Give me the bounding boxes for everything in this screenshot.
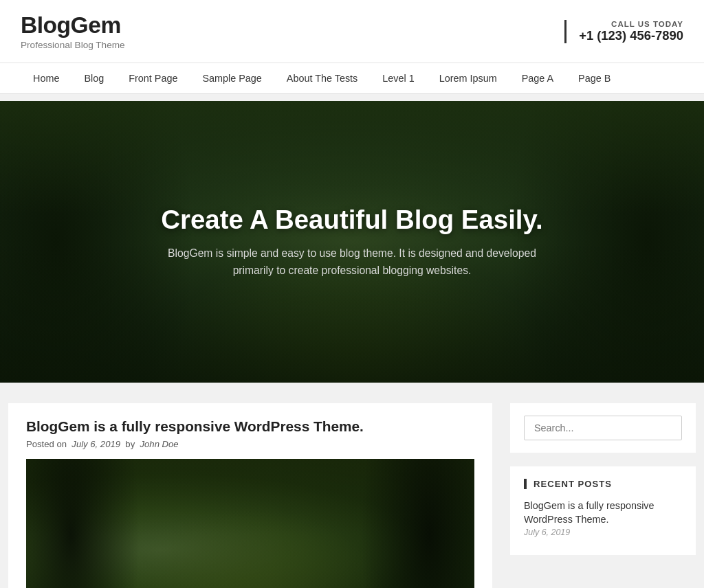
site-title: BlogGem xyxy=(21,12,125,38)
nav-list: Home Blog Front Page Sample Page About T… xyxy=(21,63,683,93)
recent-post-link[interactable]: BlogGem is a fully responsive WordPress … xyxy=(524,499,682,526)
recent-posts-widget: RECENT POSTS BlogGem is a fully responsi… xyxy=(510,466,696,555)
nav-item-loremipsum[interactable]: Lorem Ipsum xyxy=(427,63,509,93)
post-featured-image xyxy=(26,459,474,588)
main-nav: Home Blog Front Page Sample Page About T… xyxy=(0,63,704,94)
nav-link-samplepage[interactable]: Sample Page xyxy=(190,63,274,93)
call-label: CALL US TODAY xyxy=(579,20,683,28)
post-meta: Posted on July 6, 2019 by John Doe xyxy=(26,439,474,449)
nav-item-samplepage[interactable]: Sample Page xyxy=(190,63,274,93)
post-date[interactable]: July 6, 2019 xyxy=(72,439,120,449)
nav-link-pagea[interactable]: Page A xyxy=(509,63,566,93)
phone-number: +1 (123) 456-7890 xyxy=(579,28,683,43)
contact-info: CALL US TODAY +1 (123) 456-7890 xyxy=(564,20,683,43)
by-label: by xyxy=(125,439,135,449)
nav-item-frontpage[interactable]: Front Page xyxy=(116,63,190,93)
nav-link-level1[interactable]: Level 1 xyxy=(370,63,426,93)
posts-area: BlogGem is a fully responsive WordPress … xyxy=(8,403,492,588)
nav-link-blog[interactable]: Blog xyxy=(72,63,116,93)
nav-link-loremipsum[interactable]: Lorem Ipsum xyxy=(427,63,509,93)
recent-post-item: BlogGem is a fully responsive WordPress … xyxy=(524,499,682,537)
nav-link-pageb[interactable]: Page B xyxy=(566,63,623,93)
sidebar: RECENT POSTS BlogGem is a fully responsi… xyxy=(510,403,696,588)
nav-item-pagea[interactable]: Page A xyxy=(509,63,566,93)
site-branding: BlogGem Professional Blog Theme xyxy=(21,12,125,50)
nav-item-level1[interactable]: Level 1 xyxy=(370,63,426,93)
post-author[interactable]: John Doe xyxy=(140,439,179,449)
nav-link-frontpage[interactable]: Front Page xyxy=(116,63,190,93)
site-header: BlogGem Professional Blog Theme CALL US … xyxy=(0,0,704,63)
site-tagline: Professional Blog Theme xyxy=(21,40,125,50)
hero-content: Create A Beautiful Blog Easily. BlogGem … xyxy=(70,205,633,279)
hero-section: Create A Beautiful Blog Easily. BlogGem … xyxy=(0,101,704,383)
posted-label: Posted on xyxy=(26,439,67,449)
search-input[interactable] xyxy=(524,416,682,440)
post-card: BlogGem is a fully responsive WordPress … xyxy=(8,403,492,588)
nav-item-pageb[interactable]: Page B xyxy=(566,63,623,93)
nav-item-home[interactable]: Home xyxy=(21,63,72,93)
recent-posts-title: RECENT POSTS xyxy=(524,479,682,489)
hero-description: BlogGem is simple and easy to use blog t… xyxy=(160,245,544,279)
hero-title: Create A Beautiful Blog Easily. xyxy=(70,205,633,235)
nav-link-abouttests[interactable]: About The Tests xyxy=(274,63,370,93)
main-wrapper: BlogGem is a fully responsive WordPress … xyxy=(1,389,703,588)
nav-item-blog[interactable]: Blog xyxy=(72,63,116,93)
post-title: BlogGem is a fully responsive WordPress … xyxy=(26,418,474,435)
nav-link-home[interactable]: Home xyxy=(21,63,72,93)
search-widget xyxy=(510,403,696,453)
recent-post-date: July 6, 2019 xyxy=(524,528,682,537)
nav-item-abouttests[interactable]: About The Tests xyxy=(274,63,370,93)
